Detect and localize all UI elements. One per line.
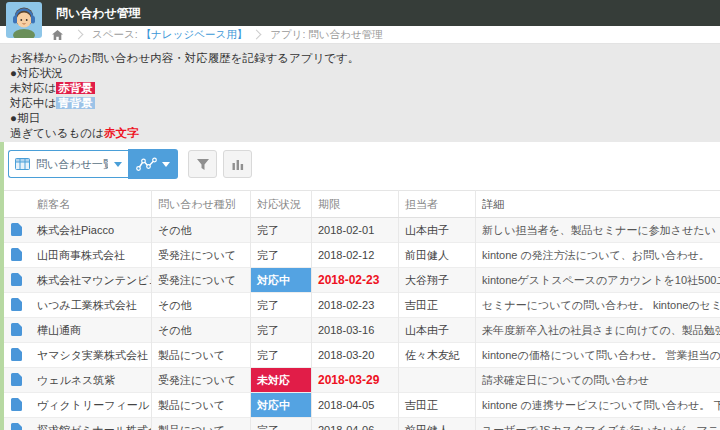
chart-button[interactable] [223, 150, 252, 178]
blue-document-icon [11, 423, 22, 430]
customer-cell: 樺山通商 [31, 318, 152, 343]
customer-cell: 山田商事株式会社 [31, 243, 152, 268]
due-date-cell: 2018-02-01 [312, 218, 399, 243]
icon-column-header [4, 191, 31, 218]
due-date-cell: 2018-02-12 [312, 243, 399, 268]
type-cell: 受発注について [152, 268, 251, 293]
record-open-icon[interactable] [4, 368, 31, 393]
record-open-icon[interactable] [4, 343, 31, 368]
assignee-cell: 前田健人 [399, 418, 476, 430]
space-accent-stripe [0, 142, 4, 430]
red-background-badge: 赤背景 [56, 82, 95, 94]
app-title: 問い合わせ管理 [56, 5, 141, 22]
description-line: ●期日 [10, 111, 720, 126]
column-header-status: 対応状況 [251, 191, 312, 218]
table-row[interactable]: ヤマシタ実業株式会社製品について完了2018-03-20佐々木友紀kintone… [4, 343, 720, 368]
blue-document-icon [11, 298, 22, 311]
line-graph-icon [136, 157, 157, 172]
detail-text: kintone の連携サービスについて問い合わせ。 下記サイトをご案内 [482, 399, 720, 411]
record-open-icon[interactable] [4, 268, 31, 293]
record-open-icon[interactable] [4, 218, 31, 243]
customer-cell: 探求館ゼミナール株式会社 [31, 418, 152, 430]
customer-cell: いつみ工業株式会社 [31, 293, 152, 318]
table-row[interactable]: いつみ工業株式会社その他完了2018-02-23吉田正セミナーについての問い合わ… [4, 293, 720, 318]
customer-cell: ヤマシタ実業株式会社 [31, 343, 152, 368]
breadcrumb-separator [74, 30, 84, 40]
description-line: 未対応は赤背景 [10, 81, 720, 96]
blue-document-icon [11, 323, 22, 336]
space-link[interactable]: 【ナレッジベース用】 [141, 28, 247, 42]
due-date-cell: 2018-02-23 [312, 268, 399, 293]
record-open-icon[interactable] [4, 418, 31, 430]
column-header-due: 期限 [312, 191, 399, 218]
detail-text: 来年度新卒入社の社員さまに向けての、製品勉強会開催のご相談 [482, 324, 720, 336]
description-text: 未対応は [10, 82, 56, 94]
blue-document-icon [11, 373, 22, 386]
status-cell: 完了 [251, 318, 312, 343]
detail-text: kintoneゲストスペースのアカウントを10社500ユーザーで利用しているが、… [482, 274, 720, 286]
topbar: 問い合わせ管理 [0, 0, 720, 26]
blue-document-icon [11, 273, 22, 286]
record-open-icon[interactable] [4, 393, 31, 418]
due-date-cell: 2018-04-05 [312, 393, 399, 418]
description-text: 対応中は [10, 97, 56, 109]
table-row[interactable]: 探求館ゼミナール株式会社製品について完了2018-04-06前田健人ユーザーでJ… [4, 418, 720, 430]
detail-cell: 新しい担当者を、製品セミナーに参加させたい [476, 218, 720, 243]
table-row[interactable]: 樺山通商その他完了2018-03-16山本由子来年度新卒入社の社員さまに向けての… [4, 318, 720, 343]
type-cell: その他 [152, 318, 251, 343]
assignee-cell: 山本由子 [399, 318, 476, 343]
type-cell: 製品について [152, 418, 251, 430]
detail-text: セミナーについての問い合わせ。 kintoneのセミナーは関西地区ではやっていな… [482, 299, 720, 311]
table-row[interactable]: 山田商事株式会社受発注について完了2018-02-12前田健人kintone の… [4, 243, 720, 268]
detail-text: kintoneの価格について問い合わせ。 営業担当の訪問を希望したため、営業にエ… [482, 349, 720, 361]
status-cell: 未対応 [251, 368, 312, 393]
home-icon[interactable] [52, 30, 63, 40]
record-open-icon[interactable] [4, 318, 31, 343]
table-row[interactable]: 株式会社マウンテンビュー受発注について対応中2018-02-23大谷翔子kint… [4, 268, 720, 293]
status-cell: 対応中 [251, 393, 312, 418]
column-header-assignee: 担当者 [399, 191, 476, 218]
inquiry-table: 顧客名 問い合わせ種別 対応状況 期限 担当者 詳細 株式会社Piaccoその他… [4, 190, 720, 430]
status-cell: 完了 [251, 293, 312, 318]
description-text: 過ぎているものは [10, 127, 104, 139]
record-open-icon[interactable] [4, 293, 31, 318]
breadcrumb: スペース: 【ナレッジベース用】 アプリ: 問い合わせ管理 [0, 26, 720, 44]
view-toolbar: 問い合わせ一覧 [0, 142, 720, 190]
funnel-icon [196, 158, 210, 171]
inquiry-table-header: 顧客名 問い合わせ種別 対応状況 期限 担当者 詳細 [4, 191, 720, 218]
detail-cell: セミナーについての問い合わせ。 kintoneのセミナーは関西地区ではやっていな… [476, 293, 720, 318]
type-cell: 製品について [152, 343, 251, 368]
description-line: 過ぎているものは赤文字 [10, 126, 720, 141]
status-cell: 完了 [251, 243, 312, 268]
view-selector[interactable]: 問い合わせ一覧 [8, 150, 128, 178]
table-row[interactable]: 株式会社Piaccoその他完了2018-02-01山本由子新しい担当者を、製品セ… [4, 218, 720, 243]
record-open-icon[interactable] [4, 243, 31, 268]
type-cell: 受発注について [152, 368, 251, 393]
type-cell: 製品について [152, 393, 251, 418]
detail-cell: 請求確定日についての問い合わせ [476, 368, 720, 393]
table-row[interactable]: ウェルネス筑紫受発注について未対応2018-03-29請求確定日についての問い合… [4, 368, 720, 393]
detail-text: 請求確定日についての問い合わせ [482, 374, 649, 386]
blue-document-icon [11, 398, 22, 411]
chevron-down-icon [114, 162, 122, 167]
detail-text: 新しい担当者を、製品セミナーに参加させたい [482, 224, 716, 236]
view-selector-label: 問い合わせ一覧 [36, 157, 108, 172]
breadcrumb-space-label: スペース: [92, 28, 138, 42]
column-header-customer: 顧客名 [31, 191, 152, 218]
status-cell: 完了 [251, 418, 312, 430]
assignee-cell: 吉田正 [399, 393, 476, 418]
assignee-cell: 山本由子 [399, 218, 476, 243]
operator-avatar-icon [6, 2, 42, 38]
blue-document-icon [11, 348, 22, 361]
assignee-cell: 佐々木友紀 [399, 343, 476, 368]
table-row[interactable]: ヴィクトリーフィールド株式会社製品について対応中2018-04-05吉田正kin… [4, 393, 720, 418]
filter-button[interactable] [188, 150, 217, 178]
customer-cell: 株式会社マウンテンビュー [31, 268, 152, 293]
avatar [6, 2, 42, 38]
due-date-cell: 2018-03-20 [312, 343, 399, 368]
graph-button[interactable] [128, 149, 178, 179]
assignee-cell: 大谷翔子 [399, 268, 476, 293]
assignee-cell: 吉田正 [399, 293, 476, 318]
status-cell: 対応中 [251, 268, 312, 293]
type-cell: その他 [152, 293, 251, 318]
